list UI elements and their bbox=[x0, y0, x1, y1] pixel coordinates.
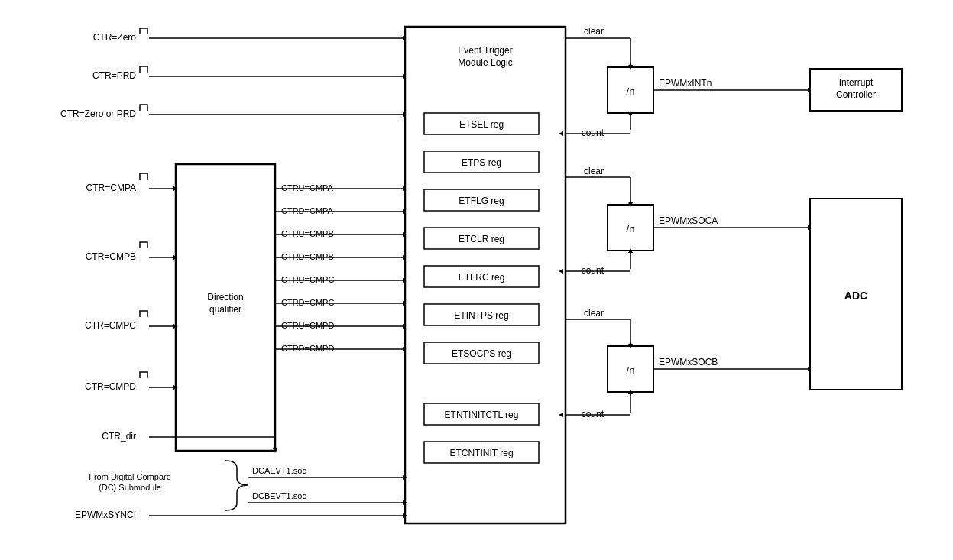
svg-text:Direction: Direction bbox=[207, 292, 243, 303]
svg-text:CTRD=CMPB: CTRD=CMPB bbox=[281, 252, 334, 261]
svg-text:ETCLR reg: ETCLR reg bbox=[459, 234, 504, 244]
svg-text:EPWMxSOCA: EPWMxSOCA bbox=[659, 215, 718, 226]
svg-text:ETNTINITCTL reg: ETNTINITCTL reg bbox=[445, 409, 519, 420]
svg-text:/n: /n bbox=[627, 223, 635, 235]
diagram-svg: ETSEL reg ETPS reg ETFLG reg ETCLR reg E… bbox=[0, 0, 953, 560]
block-diagram: ETSEL reg ETPS reg ETFLG reg ETCLR reg E… bbox=[0, 0, 953, 560]
svg-text:CTRD=CMPD: CTRD=CMPD bbox=[281, 344, 334, 353]
svg-text:Controller: Controller bbox=[836, 89, 876, 100]
svg-text:CTRU=CMPA: CTRU=CMPA bbox=[281, 183, 334, 193]
svg-text:ETCNTINIT reg: ETCNTINIT reg bbox=[449, 448, 513, 458]
svg-text:CTRU=CMPD: CTRU=CMPD bbox=[281, 321, 334, 330]
svg-text:count: count bbox=[582, 128, 605, 138]
svg-text:CTR=CMPD: CTR=CMPD bbox=[85, 381, 136, 392]
svg-text:EPWMxINTn: EPWMxINTn bbox=[659, 78, 712, 89]
svg-text:count: count bbox=[582, 409, 605, 419]
svg-text:EPWMxSOCB: EPWMxSOCB bbox=[659, 357, 718, 367]
svg-text:ETFRC reg: ETFRC reg bbox=[459, 272, 505, 283]
svg-text:CTRD=CMPC: CTRD=CMPC bbox=[281, 298, 334, 307]
svg-text:CTR=CMPC: CTR=CMPC bbox=[85, 320, 136, 331]
svg-text:CTR_dir: CTR_dir bbox=[102, 431, 136, 442]
svg-text:ETSOCPS reg: ETSOCPS reg bbox=[452, 348, 511, 359]
svg-text:DCBEVT1.soc: DCBEVT1.soc bbox=[252, 491, 306, 500]
svg-text:CTRD=CMPA: CTRD=CMPA bbox=[281, 206, 334, 215]
svg-text:ETSEL reg: ETSEL reg bbox=[459, 119, 504, 130]
svg-text:CTR=PRD: CTR=PRD bbox=[92, 70, 136, 81]
svg-text:clear: clear bbox=[584, 26, 604, 37]
svg-text:DCAEVT1.soc: DCAEVT1.soc bbox=[252, 466, 306, 475]
svg-text:Interrupt: Interrupt bbox=[839, 77, 874, 88]
svg-text:CTRU=CMPC: CTRU=CMPC bbox=[281, 275, 334, 284]
svg-text:CTR=Zero or PRD: CTR=Zero or PRD bbox=[60, 108, 136, 119]
svg-text:/n: /n bbox=[627, 364, 635, 376]
svg-text:CTRU=CMPB: CTRU=CMPB bbox=[281, 229, 334, 238]
svg-text:From Digital Compare: From Digital Compare bbox=[89, 472, 171, 481]
svg-text:ETINTPS reg: ETINTPS reg bbox=[454, 310, 508, 321]
svg-text:ADC: ADC bbox=[844, 290, 867, 302]
svg-text:CTR=CMPB: CTR=CMPB bbox=[86, 251, 136, 262]
svg-text:qualifier: qualifier bbox=[209, 304, 241, 315]
svg-text:Module Logic: Module Logic bbox=[458, 57, 512, 68]
svg-text:Event Trigger: Event Trigger bbox=[458, 45, 512, 56]
svg-text:clear: clear bbox=[584, 166, 604, 176]
svg-text:ETPS reg: ETPS reg bbox=[462, 157, 501, 168]
svg-text:EPWMxSYNCI: EPWMxSYNCI bbox=[75, 510, 136, 520]
svg-text:count: count bbox=[582, 265, 605, 276]
svg-text:/n: /n bbox=[627, 86, 635, 97]
svg-text:(DC) Submodule: (DC) Submodule bbox=[99, 483, 161, 492]
svg-text:CTR=Zero: CTR=Zero bbox=[93, 32, 137, 43]
svg-text:ETFLG reg: ETFLG reg bbox=[459, 196, 504, 206]
svg-text:CTR=CMPA: CTR=CMPA bbox=[86, 183, 136, 193]
svg-text:clear: clear bbox=[584, 308, 604, 319]
